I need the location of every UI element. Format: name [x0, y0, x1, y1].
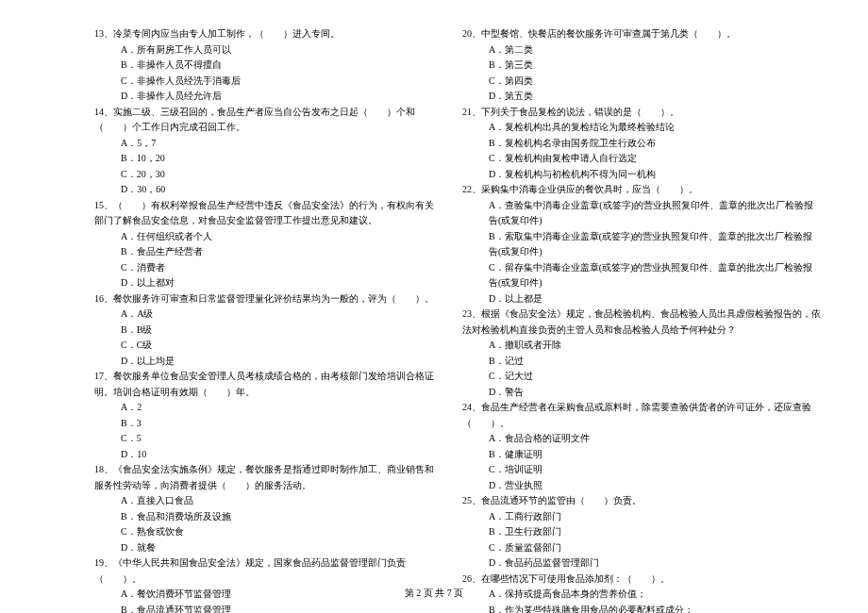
option-b: B．非操作人员不得擅自 — [121, 58, 434, 74]
option-b: B．食品和消费场所及设施 — [121, 509, 434, 525]
option-a: A．2 — [121, 400, 434, 416]
option-d: D．警告 — [489, 385, 821, 401]
question-options: A．食品合格的证明文件 B．健康证明 C．培训证明 D．营业执照 — [462, 431, 821, 493]
question-options: A．第二类 B．第三类 C．第四类 D．第五类 — [462, 42, 821, 105]
question-14: 14、实施二级、三级召回的，食品生产者应当自公告发布之日起（ ）个和（ ）个工作… — [94, 105, 434, 198]
question-15: 15、（ ）有权利举报食品生产经营中违反《食品安全法》的行为，有权向有关部门了解… — [94, 198, 434, 291]
question-stem: 25、食品流通环节的监管由（ ）负责。 — [462, 493, 821, 509]
question-options: A．查验集中消毒企业盖章(或签字)的营业执照复印件、盖章的批次出厂检验报告(或复… — [462, 198, 821, 307]
option-a: A．第二类 — [489, 42, 821, 58]
option-c: C．第四类 — [489, 74, 821, 90]
option-d: D．以上均是 — [121, 354, 434, 370]
option-a: A．5，7 — [121, 136, 434, 152]
option-b: B．健康证明 — [489, 447, 821, 463]
question-options: A．撤职或者开除 B．记过 C．记大过 D．警告 — [462, 338, 821, 400]
question-options: A．所有厨房工作人员可以 B．非操作人员不得擅自 C．非操作人员经洗手消毒后 D… — [94, 42, 434, 105]
question-16: 16、餐饮服务许可审查和日常监督管理量化评价结果均为一般的，评为（ ）。 A．A… — [94, 291, 434, 370]
question-stem: 16、餐饮服务许可审查和日常监督管理量化评价结果均为一般的，评为（ ）。 — [94, 291, 434, 307]
option-d: D．10 — [121, 447, 434, 463]
question-22: 22、采购集中消毒企业供应的餐饮具时，应当（ ）。 A．查验集中消毒企业盖章(或… — [462, 182, 821, 306]
option-c: C．消费者 — [121, 260, 434, 276]
question-stem: 15、（ ）有权利举报食品生产经营中违反《食品安全法》的行为，有权向有关部门了解… — [94, 198, 434, 229]
question-21: 21、下列关于食品复检的说法，错误的是（ ）。 A．复检机构出具的复检结论为最终… — [462, 105, 821, 183]
question-options: A．复检机构出具的复检结论为最终检验结论 B．复检机构名录由国务院卫生行政公布 … — [462, 120, 821, 182]
option-c: C．留存集中消毒企业盖章(或签字)的营业执照复印件、盖章的批次出厂检验报告(或复… — [489, 260, 821, 291]
option-a: A．A级 — [121, 306, 434, 323]
question-stem: 18、《食品安全法实施条例》规定，餐饮服务是指通过即时制作加工、商业销售和服务性… — [94, 462, 434, 493]
option-b: B．食品流通环节监督管理 — [121, 603, 434, 614]
question-18: 18、《食品安全法实施条例》规定，餐饮服务是指通过即时制作加工、商业销售和服务性… — [94, 462, 434, 555]
option-b: B．记过 — [489, 354, 821, 370]
option-c: C．非操作人员经洗手消毒后 — [121, 74, 434, 90]
option-b: B．10，20 — [121, 151, 434, 167]
option-d: D．食品药品监督管理部门 — [489, 555, 821, 572]
question-19: 19、《中华人民共和国食品安全法》规定，国家食品药品监督管理部门负责（ ）。 A… — [94, 555, 434, 613]
question-17: 17、餐饮服务单位食品安全管理人员考核成绩合格的，由考核部门发给培训合格证明。培… — [94, 369, 434, 462]
question-options: A．5，7 B．10，20 C．20，30 D．30，60 — [94, 136, 434, 198]
question-stem: 22、采购集中消毒企业供应的餐饮具时，应当（ ）。 — [462, 182, 821, 198]
option-a: A．任何组织或者个人 — [121, 229, 434, 245]
question-23: 23、根据《食品安全法》规定，食品检验机构、食品检验人员出具虚假检验报告的，依法… — [462, 306, 821, 400]
question-13: 13、冷菜专间内应当由专人加工制作，（ ）进入专间。 A．所有厨房工作人员可以 … — [94, 26, 434, 105]
option-c: C．复检机构由复检申请人自行选定 — [489, 151, 821, 167]
page-body: 13、冷菜专间内应当由专人加工制作，（ ）进入专间。 A．所有厨房工作人员可以 … — [0, 0, 868, 613]
option-b: B．食品生产经营者 — [121, 244, 434, 260]
option-d: D．非操作人员经允许后 — [121, 89, 434, 105]
option-a: A．复检机构出具的复检结论为最终检验结论 — [489, 120, 821, 136]
question-stem: 20、中型餐馆、快餐店的餐饮服务许可审查属于第几类（ ）。 — [462, 26, 821, 42]
option-a: A．食品合格的证明文件 — [489, 431, 821, 447]
option-c: C．5 — [121, 431, 434, 447]
option-b: B．作为某些特殊膳食用食品的必要配料或成分； — [489, 603, 821, 614]
question-stem: 23、根据《食品安全法》规定，食品检验机构、食品检验人员出具虚假检验报告的，依法… — [462, 306, 821, 338]
question-options: A．2 B．3 C．5 D．10 — [94, 400, 434, 462]
question-options: A．任何组织或者个人 B．食品生产经营者 C．消费者 D．以上都对 — [94, 229, 434, 291]
left-column: 13、冷菜专间内应当由专人加工制作，（ ）进入专间。 A．所有厨房工作人员可以 … — [94, 26, 434, 613]
option-c: C．记大过 — [489, 369, 821, 385]
option-b: B．3 — [121, 416, 434, 432]
option-d: D．营业执照 — [489, 478, 821, 494]
question-20: 20、中型餐馆、快餐店的餐饮服务许可审查属于第几类（ ）。 A．第二类 B．第三… — [462, 26, 821, 105]
option-d: D．以上都对 — [121, 275, 434, 291]
option-a: A．撤职或者开除 — [489, 338, 821, 354]
option-a: A．直接入口食品 — [121, 493, 434, 509]
question-stem: 14、实施二级、三级召回的，食品生产者应当自公告发布之日起（ ）个和（ ）个工作… — [94, 105, 434, 136]
page-footer: 第 2 页 共 7 页 — [0, 587, 868, 600]
option-c: C．培训证明 — [489, 462, 821, 478]
option-a: A．工商行政部门 — [489, 509, 821, 525]
option-b: B．索取集中消毒企业盖章(或签字)的营业执照复印件、盖章的批次出厂检验报告(或复… — [489, 229, 821, 260]
question-stem: 13、冷菜专间内应当由专人加工制作，（ ）进入专间。 — [94, 26, 434, 42]
option-d: D．第五类 — [489, 89, 821, 105]
question-options: A．工商行政部门 B．卫生行政部门 C．质量监督部门 D．食品药品监督管理部门 — [462, 509, 821, 572]
question-stem: 26、在哪些情况下可使用食品添加剂：（ ）。 — [462, 572, 821, 588]
option-a: A．查验集中消毒企业盖章(或签字)的营业执照复印件、盖章的批次出厂检验报告(或复… — [489, 198, 821, 229]
question-stem: 24、食品生产经营者在采购食品或原料时，除需要查验供货者的许可证外，还应查验（ … — [462, 400, 821, 431]
option-c: C．熟食或饮食 — [121, 524, 434, 540]
option-b: B．复检机构名录由国务院卫生行政公布 — [489, 136, 821, 152]
right-column: 20、中型餐馆、快餐店的餐饮服务许可审查属于第几类（ ）。 A．第二类 B．第三… — [462, 26, 821, 613]
option-d: D．复检机构与初检机构不得为同一机构 — [489, 167, 821, 183]
question-24: 24、食品生产经营者在采购食品或原料时，除需要查验供货者的许可证外，还应查验（ … — [462, 400, 821, 493]
option-d: D．30，60 — [121, 182, 434, 198]
option-c: C．C级 — [121, 338, 434, 354]
question-options: A．直接入口食品 B．食品和消费场所及设施 C．熟食或饮食 D．就餐 — [94, 493, 434, 555]
question-25: 25、食品流通环节的监管由（ ）负责。 A．工商行政部门 B．卫生行政部门 C．… — [462, 493, 821, 572]
option-d: D．就餐 — [121, 540, 434, 556]
option-c: C．20，30 — [121, 167, 434, 183]
option-b: B．第三类 — [489, 58, 821, 74]
option-d: D．以上都是 — [489, 291, 821, 307]
question-stem: 19、《中华人民共和国食品安全法》规定，国家食品药品监督管理部门负责（ ）。 — [94, 555, 434, 587]
option-b: B．B级 — [121, 323, 434, 339]
option-c: C．质量监督部门 — [489, 540, 821, 556]
question-stem: 21、下列关于食品复检的说法，错误的是（ ）。 — [462, 105, 821, 121]
option-a: A．所有厨房工作人员可以 — [121, 42, 434, 58]
question-stem: 17、餐饮服务单位食品安全管理人员考核成绩合格的，由考核部门发给培训合格证明。培… — [94, 369, 434, 400]
question-options: A．A级 B．B级 C．C级 D．以上均是 — [94, 306, 434, 369]
option-b: B．卫生行政部门 — [489, 524, 821, 540]
